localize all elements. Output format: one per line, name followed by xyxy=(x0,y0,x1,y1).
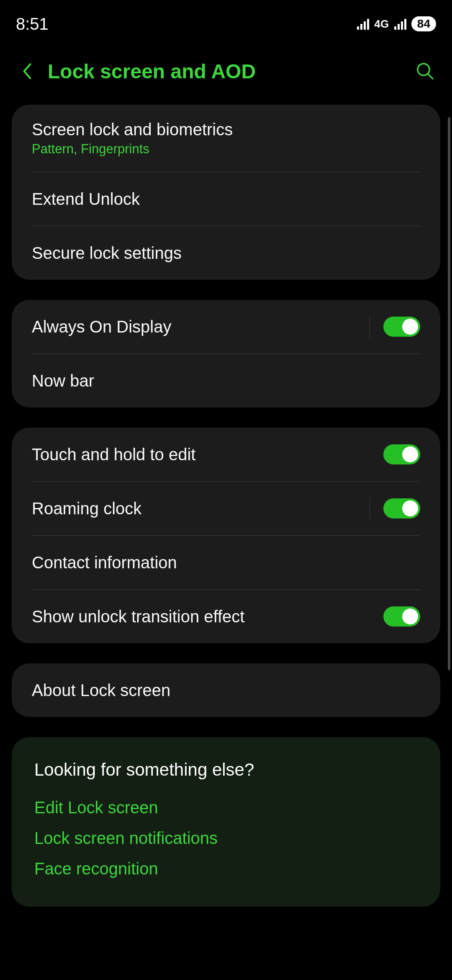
row-title: About Lock screen xyxy=(32,681,420,700)
settings-group-display: Touch and hold to edit Roaming clock Con… xyxy=(12,428,440,643)
chevron-left-icon xyxy=(21,62,32,80)
scrollbar[interactable] xyxy=(448,117,450,670)
status-right: 4G 84 xyxy=(357,16,436,31)
signal-icon-2 xyxy=(394,18,406,30)
suggestion-face-recognition[interactable]: Face recognition xyxy=(34,859,418,878)
row-now-bar[interactable]: Now bar xyxy=(12,354,440,407)
toggle-always-on-display[interactable] xyxy=(383,317,420,337)
row-title: Now bar xyxy=(32,371,420,390)
divider-vertical xyxy=(370,315,370,338)
row-contact-information[interactable]: Contact information xyxy=(12,536,440,589)
back-button[interactable] xyxy=(14,59,39,84)
settings-group-about: About Lock screen xyxy=(12,663,440,717)
svg-line-1 xyxy=(428,74,433,79)
status-time: 8:51 xyxy=(16,15,49,34)
row-screen-lock-biometrics[interactable]: Screen lock and biometrics Pattern, Fing… xyxy=(12,105,440,172)
page-title: Lock screen and AOD xyxy=(48,60,413,83)
row-always-on-display[interactable]: Always On Display xyxy=(12,300,440,353)
toggle-roaming-clock[interactable] xyxy=(383,498,420,518)
divider-vertical xyxy=(370,497,370,520)
row-subtitle: Pattern, Fingerprints xyxy=(32,142,420,157)
row-extend-unlock[interactable]: Extend Unlock xyxy=(12,172,440,226)
search-button[interactable] xyxy=(413,59,438,84)
row-title: Secure lock settings xyxy=(32,244,420,263)
suggestions-title: Looking for something else? xyxy=(34,760,418,780)
status-bar: 8:51 4G 84 xyxy=(0,0,452,38)
row-title: Screen lock and biometrics xyxy=(32,120,420,139)
row-unlock-transition[interactable]: Show unlock transition effect xyxy=(12,590,440,643)
signal-icon xyxy=(357,18,369,30)
row-title: Always On Display xyxy=(32,317,370,336)
row-title: Extend Unlock xyxy=(32,190,420,209)
row-about-lock-screen[interactable]: About Lock screen xyxy=(12,663,440,717)
content: Screen lock and biometrics Pattern, Fing… xyxy=(0,105,452,907)
row-title: Touch and hold to edit xyxy=(32,445,383,464)
settings-group-aod: Always On Display Now bar xyxy=(12,300,440,407)
battery-indicator: 84 xyxy=(411,16,436,31)
row-touch-hold-edit[interactable]: Touch and hold to edit xyxy=(12,428,440,481)
row-secure-lock-settings[interactable]: Secure lock settings xyxy=(12,226,440,280)
toggle-unlock-transition[interactable] xyxy=(383,606,420,627)
toggle-touch-hold-edit[interactable] xyxy=(383,444,420,464)
page-header: Lock screen and AOD xyxy=(0,38,452,105)
network-label: 4G xyxy=(374,18,389,31)
row-title: Roaming clock xyxy=(32,499,370,518)
suggestions-card: Looking for something else? Edit Lock sc… xyxy=(12,737,440,907)
row-title: Contact information xyxy=(32,553,420,572)
row-title: Show unlock transition effect xyxy=(32,607,383,626)
suggestion-lock-screen-notifications[interactable]: Lock screen notifications xyxy=(34,829,418,848)
settings-group-security: Screen lock and biometrics Pattern, Fing… xyxy=(12,105,440,280)
search-icon xyxy=(416,62,434,80)
suggestion-edit-lock-screen[interactable]: Edit Lock screen xyxy=(34,798,418,817)
row-roaming-clock[interactable]: Roaming clock xyxy=(12,482,440,535)
